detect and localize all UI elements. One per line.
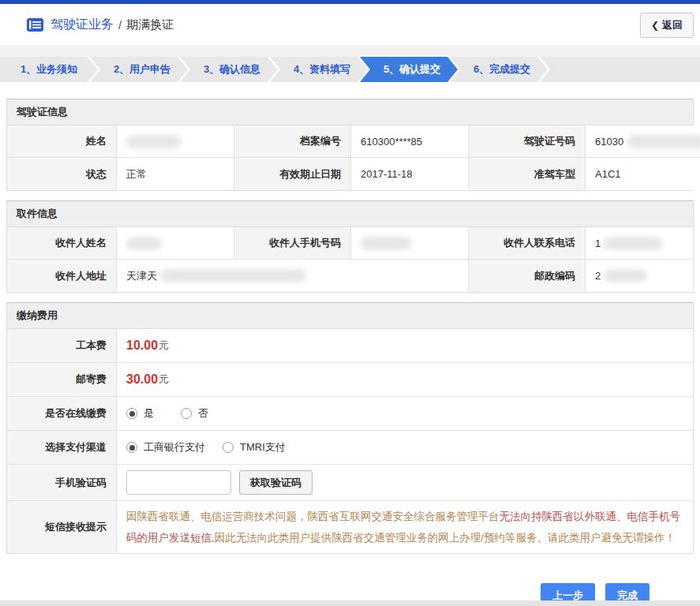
fees-section: 缴纳费用 工本费 10.00元 邮寄费 30.00元 是否在线缴费 是	[6, 302, 694, 554]
recipient-mobile-value	[351, 227, 469, 260]
recipient-name-label: 收件人姓名	[7, 227, 117, 260]
online-yes-label: 是	[144, 406, 154, 421]
page-header: 驾驶证业务 / 期满换证 ❮ 返回	[0, 4, 700, 46]
license-info-section: 驾驶证信息 姓名 档案编号 610300****85 驾驶证号码 61030 状…	[6, 99, 694, 191]
status-label: 状态	[7, 158, 117, 190]
name-label: 姓名	[7, 125, 117, 158]
file-number-label: 档案编号	[234, 125, 351, 158]
notice-text-part1: 因陕西省联通、电信运营商技术问题，陕西省互联网交通安全综合服务管理平台	[126, 511, 500, 522]
radio-unchecked-icon[interactable]	[223, 442, 234, 453]
name-value	[117, 125, 234, 158]
sms-code-input[interactable]	[126, 470, 231, 495]
fees-table: 工本费 10.00元 邮寄费 30.00元 是否在线缴费 是 否	[7, 329, 693, 553]
online-payment-label: 是否在线缴费	[7, 397, 117, 431]
channel-icbc-option[interactable]: 工商银行支付	[126, 440, 205, 454]
recipient-address-label: 收件人地址	[7, 260, 117, 292]
payment-channel-options: 工商银行支付 TMRI支付	[117, 431, 693, 465]
status-value: 正常	[117, 158, 234, 190]
redacted-license-number	[627, 135, 700, 148]
step-wizard-filler	[540, 57, 700, 82]
license-info-table: 姓名 档案编号 610300****85 驾驶证号码 61030 状态 正常 有…	[7, 125, 693, 190]
license-number-value: 61030	[586, 125, 700, 158]
step-wizard: 1、业务须知 2、用户申告 3、确认信息 4、资料填写 5、确认提交 6、完成提…	[0, 57, 700, 82]
fees-section-title: 缴纳费用	[7, 303, 693, 329]
back-button[interactable]: ❮ 返回	[640, 13, 694, 38]
recipient-phone-label: 收件人联系电话	[469, 227, 586, 260]
step-6-complete-submit[interactable]: 6、完成提交	[450, 57, 548, 82]
vehicle-class-label: 准驾车型	[469, 158, 586, 190]
license-section-title: 驾驶证信息	[7, 99, 693, 125]
channel-tmri-label: TMRI支付	[240, 440, 286, 454]
redacted-mobile	[361, 237, 412, 250]
recipient-mobile-label: 收件人手机号码	[234, 227, 351, 260]
redacted-recipient-name	[126, 237, 162, 250]
expiry-date-value: 2017-11-18	[351, 158, 469, 190]
mail-fee-unit: 元	[159, 372, 169, 387]
online-no-label: 否	[198, 406, 208, 421]
pickup-info-table: 收件人姓名 收件人手机号码 收件人联系电话 1 收件人地址 天津天 邮政编码 2	[7, 227, 693, 292]
notice-text-part3: 因此无法向此类用户提供陕西省交通管理业务的网上办理/预约等服务。请此类用户避免无…	[215, 532, 676, 544]
license-number-label: 驾驶证号码	[469, 125, 586, 158]
work-fee-label: 工本费	[7, 329, 117, 363]
step-5-confirm-submit[interactable]: 5、确认提交	[360, 57, 458, 82]
wizard-top-band	[0, 46, 700, 57]
recipient-name-value	[117, 227, 234, 260]
work-fee-value: 10.00元	[117, 329, 693, 363]
radio-checked-icon[interactable]	[126, 408, 137, 419]
work-fee-unit: 元	[159, 339, 169, 353]
back-button-label: 返回	[662, 18, 683, 32]
online-payment-yes-option[interactable]: 是	[126, 406, 154, 421]
channel-icbc-label: 工商银行支付	[144, 440, 205, 454]
radio-unchecked-icon[interactable]	[181, 408, 192, 419]
license-business-icon	[27, 18, 43, 32]
redacted-phone	[604, 237, 663, 250]
redacted-postcode	[604, 269, 647, 282]
work-fee-amount: 10.00	[126, 339, 158, 353]
breadcrumb-current: 期满换证	[126, 17, 174, 32]
page: 驾驶证业务 / 期满换证 ❮ 返回 1、业务须知 2、用户申告 3、确认信息 4…	[0, 0, 700, 606]
pickup-info-section: 取件信息 收件人姓名 收件人手机号码 收件人联系电话 1 收件人地址 天津天 邮…	[6, 200, 694, 293]
mail-fee-label: 邮寄费	[7, 363, 117, 397]
online-payment-no-option[interactable]: 否	[181, 406, 208, 421]
recipient-phone-value: 1	[586, 227, 693, 260]
spacer	[0, 293, 700, 302]
mail-fee-amount: 30.00	[126, 372, 158, 387]
file-number-value: 610300****85	[351, 125, 469, 158]
mail-fee-value: 30.00元	[117, 363, 693, 397]
payment-channel-label: 选择支付渠道	[7, 431, 117, 465]
recipient-address-value: 天津天	[117, 260, 469, 292]
channel-tmri-option[interactable]: TMRI支付	[223, 440, 286, 454]
get-sms-code-button[interactable]: 获取验证码	[239, 470, 313, 495]
step-4-fill-data[interactable]: 4、资料填写	[270, 57, 368, 82]
spacer	[0, 191, 700, 200]
postcode-label: 邮政编码	[469, 260, 586, 292]
chevron-left-icon: ❮	[651, 20, 659, 31]
expiry-date-label: 有效期止日期	[234, 158, 351, 190]
redacted-name	[126, 135, 182, 148]
radio-checked-icon[interactable]	[126, 442, 137, 453]
sms-code-label: 手机验证码	[7, 465, 117, 501]
vehicle-class-value: A1C1	[586, 158, 700, 190]
redacted-address	[160, 269, 306, 282]
spacer	[0, 82, 700, 99]
bottom-strip	[0, 600, 700, 606]
step-3-confirm-info[interactable]: 3、确认信息	[180, 57, 278, 82]
page-title: 驾驶证业务	[51, 17, 114, 33]
pickup-section-title: 取件信息	[7, 201, 693, 227]
step-1-business-notes[interactable]: 1、业务须知	[0, 57, 98, 82]
step-2-user-declaration[interactable]: 2、用户申告	[90, 57, 188, 82]
breadcrumb-separator: /	[118, 18, 122, 32]
sms-notice-label: 短信接收提示	[7, 501, 117, 553]
sms-notice-text: 因陕西省联通、电信运营商技术问题，陕西省互联网交通安全综合服务管理平台无法向持陕…	[117, 501, 693, 553]
sms-code-row: 获取验证码	[117, 465, 693, 501]
postcode-value: 2	[586, 260, 693, 292]
online-payment-options: 是 否	[117, 397, 693, 431]
